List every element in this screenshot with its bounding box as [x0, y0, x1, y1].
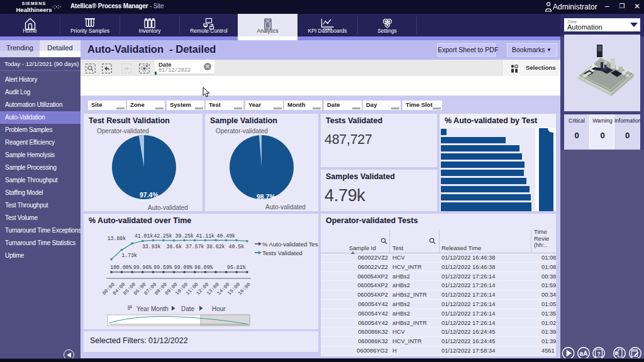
svg-text:40.49k: 40.49k: [217, 233, 236, 239]
svg-text:38.62k: 38.62k: [206, 244, 225, 250]
svg-text:?: ?: [597, 351, 600, 357]
svg-text:37.57k: 37.57k: [186, 244, 204, 250]
svg-text:95.81%: 95.81%: [227, 265, 246, 270]
svg-text:40.5k: 40.5k: [229, 244, 245, 250]
svg-text:33.93k: 33.93k: [142, 244, 161, 250]
svg-text:99.96%: 99.96%: [133, 265, 152, 270]
svg-text:41.11k: 41.11k: [196, 233, 215, 239]
svg-text:39.25k: 39.25k: [175, 233, 194, 239]
svg-text:13.88k: 13.88k: [108, 236, 126, 241]
svg-text:Hour: Hour: [212, 305, 226, 312]
svg-text:99.59%: 99.59%: [153, 265, 172, 270]
svg-text:98.09%: 98.09%: [194, 265, 213, 270]
svg-text:aA: aA: [580, 350, 588, 357]
svg-text:42.25k: 42.25k: [153, 233, 172, 239]
svg-text:Tests Validated: Tests Validated: [262, 250, 303, 256]
svg-text:99.09%: 99.09%: [174, 265, 193, 270]
svg-text:Year Month: Year Month: [136, 305, 169, 312]
svg-text:38.6k: 38.6k: [167, 244, 182, 250]
svg-text:41.01k: 41.01k: [135, 233, 153, 239]
svg-text:100.00%: 100.00%: [110, 265, 131, 270]
svg-text:% Auto-validated Test:: % Auto-validated Test:: [262, 241, 318, 248]
svg-text:1.73k: 1.73k: [121, 253, 137, 258]
svg-text:Date: Date: [181, 305, 195, 312]
